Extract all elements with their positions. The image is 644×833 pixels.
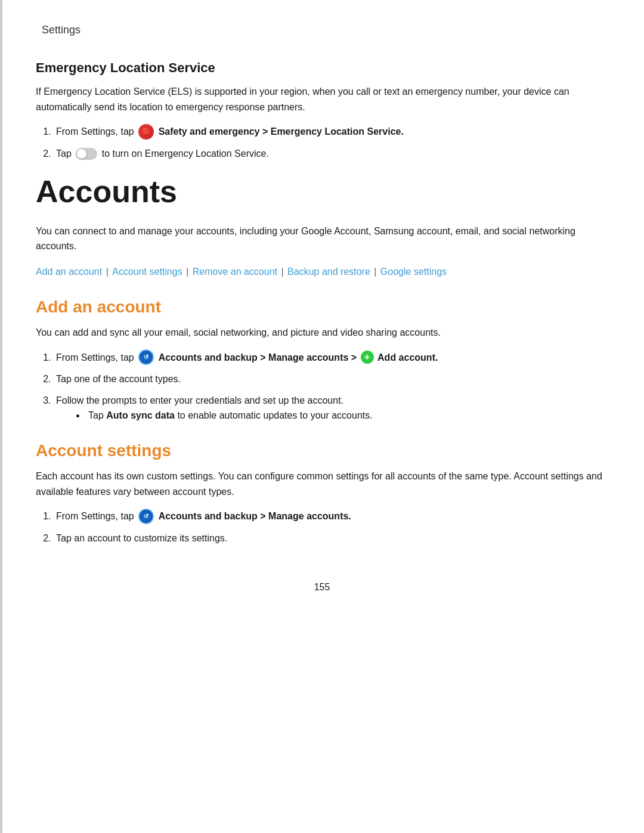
settings-label: Settings <box>36 24 608 36</box>
emergency-steps-list: From Settings, tap 🔴 Safety and emergenc… <box>54 124 608 161</box>
add-account-step-1: From Settings, tap ↺ Accounts and backup… <box>54 350 608 366</box>
settings-step2-text: Tap an account to customize its settings… <box>56 533 227 543</box>
emergency-title: Emergency Location Service <box>36 60 608 76</box>
page: Settings Emergency Location Service If E… <box>0 0 644 833</box>
account-settings-section: Account settings Each account has its ow… <box>36 441 608 546</box>
page-number: 155 <box>36 582 608 593</box>
remove-account-link[interactable]: Remove an account <box>193 267 277 277</box>
settings-step1-bold: Accounts and backup > Manage accounts. <box>159 511 351 521</box>
add-account-link[interactable]: Add an account <box>36 267 102 277</box>
bullet1-pre: Tap <box>88 410 106 420</box>
link-sep-3: | <box>278 267 286 277</box>
accounts-icon-1: ↺ <box>138 349 154 365</box>
backup-restore-link[interactable]: Backup and restore <box>287 267 370 277</box>
account-settings-steps-list: From Settings, tap ↺ Accounts and backup… <box>54 509 608 546</box>
emergency-step2-text-after: to turn on Emergency Location Service. <box>102 148 269 159</box>
link-sep-2: | <box>184 267 191 277</box>
emergency-step-1: From Settings, tap 🔴 Safety and emergenc… <box>54 124 608 140</box>
add-account-section: Add an account You can add and sync all … <box>36 298 608 423</box>
add-account-description: You can add and sync all your email, soc… <box>36 325 608 340</box>
add-account-step-3: Follow the prompts to enter your credent… <box>54 393 608 423</box>
accounts-description: You can connect to and manage your accou… <box>36 224 608 254</box>
emergency-description: If Emergency Location Service (ELS) is s… <box>36 84 608 114</box>
account-settings-heading: Account settings <box>36 441 608 460</box>
add-account-bullets: Tap Auto sync data to enable automatic u… <box>86 408 608 423</box>
add-step3-text: Follow the prompts to enter your credent… <box>56 395 343 405</box>
add-step1-before: From Settings, tap <box>56 352 137 363</box>
emergency-step-2: Tap to turn on Emergency Location Servic… <box>54 146 608 162</box>
toggle-icon <box>76 148 97 160</box>
bullet1-bold: Auto sync data <box>106 410 175 420</box>
account-settings-description: Each account has its own custom settings… <box>36 469 608 499</box>
add-account-bullet-1: Tap Auto sync data to enable automatic u… <box>86 408 608 423</box>
add-account-heading: Add an account <box>36 298 608 317</box>
link-sep-1: | <box>103 267 111 277</box>
add-step1-bold: Accounts and backup > Manage accounts > <box>159 352 360 363</box>
emergency-step1-text-before: From Settings, tap <box>56 126 137 137</box>
accounts-heading: Accounts <box>36 174 608 209</box>
emergency-step1-bold: Safety and emergency > Emergency Locatio… <box>159 126 404 137</box>
account-settings-step-1: From Settings, tap ↺ Accounts and backup… <box>54 509 608 525</box>
add-account-steps-list: From Settings, tap ↺ Accounts and backup… <box>54 350 608 424</box>
google-settings-link[interactable]: Google settings <box>380 267 447 277</box>
add-step1-add: Add account. <box>377 352 438 363</box>
link-sep-4: | <box>371 267 379 277</box>
emergency-step2-text-before: Tap <box>56 148 74 159</box>
account-settings-step-2: Tap an account to customize its settings… <box>54 531 608 546</box>
add-account-step-2: Tap one of the account types. <box>54 371 608 387</box>
emergency-section: Emergency Location Service If Emergency … <box>36 60 608 162</box>
safety-icon: 🔴 <box>138 124 154 140</box>
accounts-icon-2: ↺ <box>138 509 154 524</box>
accounts-links: Add an account | Account settings | Remo… <box>36 264 608 280</box>
settings-step1-before: From Settings, tap <box>56 511 137 521</box>
page-border <box>0 0 2 833</box>
bullet1-post: to enable automatic updates to your acco… <box>175 410 373 420</box>
account-settings-link[interactable]: Account settings <box>112 267 182 277</box>
add-step2-text: Tap one of the account types. <box>56 374 181 384</box>
plus-icon: + <box>361 351 374 364</box>
